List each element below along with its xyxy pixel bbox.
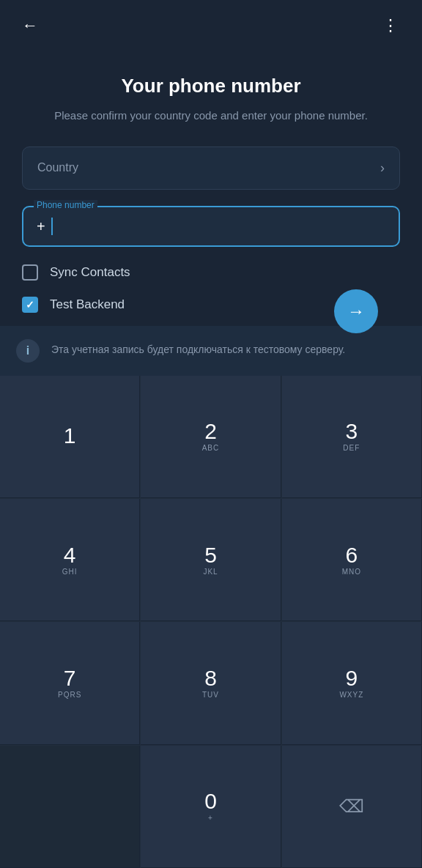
sync-contacts-checkbox[interactable] [22, 264, 38, 281]
info-icon: i [16, 339, 40, 363]
test-backend-checkbox[interactable] [22, 297, 38, 313]
phone-field-label: Phone number [34, 200, 97, 210]
key-9-letters: WXYZ [339, 691, 363, 699]
form-section: Country › Phone number + [0, 146, 422, 264]
key-4-number: 4 [64, 544, 76, 566]
next-button[interactable]: → [334, 289, 378, 333]
phone-plus: + [37, 219, 45, 234]
options-section: Sync Contacts Test Backend → [0, 264, 422, 313]
test-backend-label: Test Backend [50, 297, 125, 312]
test-backend-row: Test Backend → [22, 297, 400, 313]
key-9-number: 9 [345, 667, 358, 689]
key-1-number: 1 [64, 425, 76, 447]
sync-contacts-label: Sync Contacts [50, 265, 130, 280]
key-7-letters: PQRS [58, 691, 81, 699]
key-5-number: 5 [204, 544, 217, 566]
key-3-letters: DEF [343, 444, 360, 452]
phone-cursor [51, 218, 53, 235]
sync-contacts-row: Sync Contacts [22, 264, 400, 281]
key-6[interactable]: 6 MNO [282, 499, 422, 621]
chevron-right-icon: › [380, 160, 385, 176]
header-section: Your phone number Please confirm your co… [0, 45, 422, 146]
key-1[interactable]: 1 [0, 376, 140, 498]
key-2-number: 2 [204, 420, 217, 442]
key-5[interactable]: 5 JKL [141, 499, 281, 621]
key-0-number: 0 [204, 790, 217, 812]
key-8-letters: TUV [202, 691, 219, 699]
key-0-letters: + [208, 814, 213, 822]
key-8[interactable]: 8 TUV [141, 622, 281, 744]
backspace-icon: ⌫ [339, 796, 364, 817]
key-7-number: 7 [64, 667, 76, 689]
key-6-number: 6 [345, 544, 358, 566]
key-8-number: 8 [204, 667, 217, 689]
backspace-button[interactable]: ⌫ [282, 746, 422, 868]
key-empty [0, 746, 140, 868]
key-9[interactable]: 9 WXYZ [282, 622, 422, 744]
info-banner: i Эта учетная запись будет подключаться … [0, 326, 422, 376]
back-button[interactable]: ← [16, 13, 44, 38]
key-0[interactable]: 0 + [141, 746, 281, 868]
key-2[interactable]: 2 ABC [141, 376, 281, 498]
key-4-letters: GHI [62, 568, 78, 576]
page-subtitle: Please confirm your country code and ent… [29, 108, 393, 125]
key-4[interactable]: 4 GHI [0, 499, 140, 621]
info-text: Эта учетная запись будет подключаться к … [51, 339, 345, 357]
numpad: 1 2 ABC 3 DEF 4 GHI 5 JKL 6 MNO 7 PQRS 8… [0, 376, 422, 869]
top-bar: ← ⋮ [0, 0, 422, 45]
key-3-number: 3 [345, 420, 358, 442]
phone-input-row: + [37, 218, 385, 235]
country-label: Country [37, 161, 78, 174]
more-button[interactable]: ⋮ [377, 13, 406, 38]
country-selector[interactable]: Country › [22, 146, 400, 190]
page-title: Your phone number [29, 75, 393, 97]
next-arrow-icon: → [347, 301, 365, 322]
key-3[interactable]: 3 DEF [282, 376, 422, 498]
phone-field-wrapper[interactable]: Phone number + [22, 206, 400, 247]
key-2-letters: ABC [202, 444, 220, 452]
key-6-letters: MNO [342, 568, 361, 576]
key-7[interactable]: 7 PQRS [0, 622, 140, 744]
key-5-letters: JKL [203, 568, 218, 576]
